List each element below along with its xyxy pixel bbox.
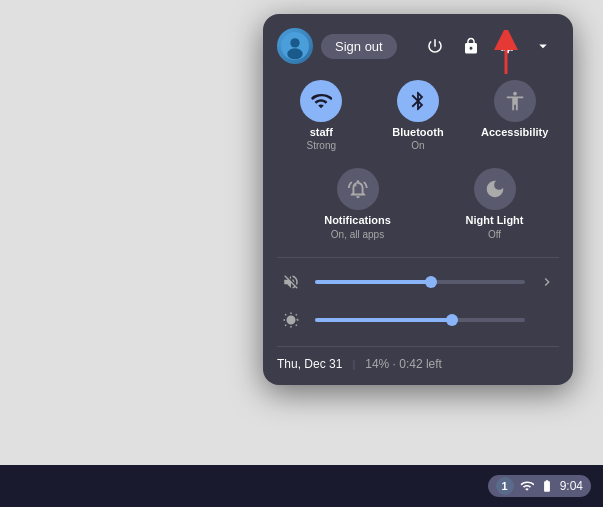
wifi-label: staff Strong — [307, 126, 336, 152]
svg-line-8 — [285, 314, 286, 315]
bluetooth-label: Bluetooth On — [392, 126, 443, 152]
nightlight-icon-wrap — [474, 168, 516, 210]
wifi-toggle[interactable]: staff Strong — [277, 80, 366, 152]
brightness-slider-row — [277, 306, 559, 334]
bluetooth-icon-wrap — [397, 80, 439, 122]
volume-track[interactable] — [315, 280, 525, 284]
expand-button[interactable] — [527, 30, 559, 62]
svg-line-12 — [285, 325, 286, 326]
accessibility-label: Accessibility — [481, 126, 548, 139]
svg-line-9 — [296, 325, 297, 326]
sign-out-button[interactable]: Sign out — [321, 34, 397, 59]
notifications-toggle[interactable]: Notifications On, all apps — [293, 168, 422, 240]
settings-button[interactable] — [491, 30, 523, 62]
footer-date: Thu, Dec 31 — [277, 357, 342, 371]
header-icons — [419, 30, 559, 62]
taskbar: 1 9:04 — [0, 465, 603, 507]
volume-expand-icon[interactable] — [535, 270, 559, 294]
notification-count: 1 — [496, 477, 514, 495]
notifications-label: Notifications On, all apps — [324, 214, 391, 240]
lock-button[interactable] — [455, 30, 487, 62]
svg-line-13 — [296, 314, 297, 315]
notifications-icon-wrap — [337, 168, 379, 210]
wifi-icon-wrap — [300, 80, 342, 122]
brightness-track[interactable] — [315, 318, 525, 322]
toggles-row1: staff Strong Bluetooth On — [277, 80, 559, 152]
svg-point-2 — [287, 48, 303, 59]
panel-footer: Thu, Dec 31 | 14% · 0:42 left — [277, 357, 559, 371]
panel-header: Sign out — [277, 28, 559, 64]
volume-slider-row — [277, 268, 559, 296]
accessibility-icon-wrap — [494, 80, 536, 122]
mute-icon[interactable] — [277, 268, 305, 296]
volume-thumb[interactable] — [425, 276, 437, 288]
bluetooth-toggle[interactable]: Bluetooth On — [374, 80, 463, 152]
taskbar-wifi-icon — [520, 479, 534, 493]
notification-tray[interactable]: 1 9:04 — [488, 475, 591, 497]
footer-separator: | — [352, 358, 355, 370]
taskbar-battery-icon — [540, 479, 554, 493]
brightness-thumb[interactable] — [446, 314, 458, 326]
quick-settings-panel: Sign out — [263, 14, 573, 385]
toggles-row2: Notifications On, all apps Night Light O… — [277, 168, 559, 240]
brightness-icon[interactable] — [277, 306, 305, 334]
nightlight-label: Night Light Off — [465, 214, 523, 240]
power-button[interactable] — [419, 30, 451, 62]
footer-battery: 14% · 0:42 left — [365, 357, 442, 371]
taskbar-time: 9:04 — [560, 479, 583, 493]
brightness-spacer — [535, 308, 559, 332]
divider2 — [277, 346, 559, 347]
divider — [277, 257, 559, 258]
svg-point-1 — [290, 38, 299, 47]
nightlight-toggle[interactable]: Night Light Off — [430, 168, 559, 240]
accessibility-toggle[interactable]: Accessibility — [470, 80, 559, 152]
sliders-section — [277, 268, 559, 334]
volume-fill — [315, 280, 431, 284]
avatar[interactable] — [277, 28, 313, 64]
brightness-fill — [315, 318, 452, 322]
